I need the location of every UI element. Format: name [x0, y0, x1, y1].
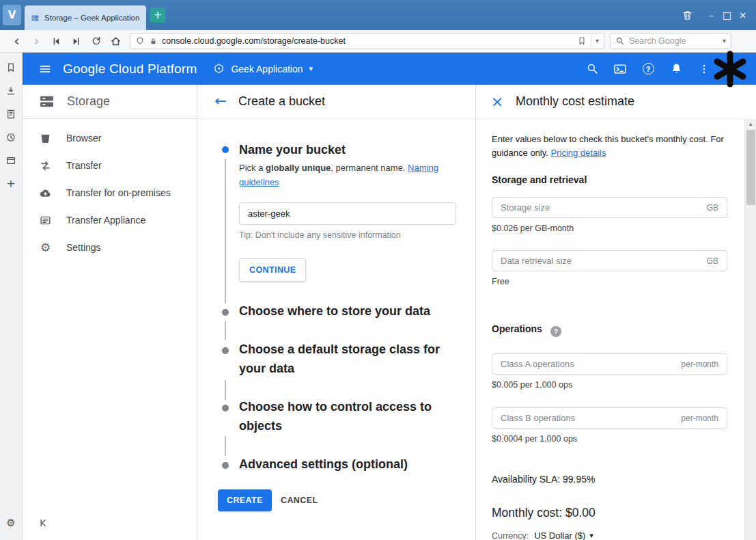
- notes-icon: [5, 109, 16, 120]
- closed-tabs-trash-button[interactable]: [679, 7, 695, 23]
- help-button[interactable]: [640, 61, 656, 77]
- step1-description: Pick a globally unique, permanent name. …: [239, 161, 445, 190]
- main-menu-button[interactable]: [36, 60, 54, 78]
- window-panel-button[interactable]: [0, 150, 22, 171]
- browser-settings-button[interactable]: [0, 513, 22, 533]
- step4-title[interactable]: Choose how to control access to objects: [239, 398, 452, 436]
- project-switcher[interactable]: Geek Application: [213, 63, 313, 75]
- field-label: Class A operations: [501, 359, 574, 369]
- asterisk-icon: [712, 51, 748, 87]
- maximize-button[interactable]: [719, 7, 735, 23]
- url-dropdown-icon[interactable]: [596, 38, 599, 44]
- step5-dot: [222, 462, 229, 469]
- sidenav-item-settings[interactable]: Settings: [23, 234, 197, 261]
- tab-favicon-icon: [31, 14, 40, 23]
- class-a-operations-input[interactable]: Class A operations per-month: [492, 353, 727, 375]
- pricing-details-link[interactable]: Pricing details: [551, 148, 606, 158]
- search-dropdown-icon[interactable]: [723, 38, 726, 44]
- notes-panel-button[interactable]: [0, 104, 22, 124]
- home-button[interactable]: [106, 32, 126, 50]
- back-arrow-button[interactable]: [211, 92, 230, 111]
- reload-icon: [91, 36, 102, 46]
- sidenav-list: Browser Transfer Transfer for on-premise…: [23, 119, 197, 261]
- sidenav-item-label: Transfer: [66, 160, 102, 171]
- sidenav-item-browser[interactable]: Browser: [23, 124, 197, 152]
- estimate-title: Monthly cost estimate: [516, 94, 634, 109]
- cloud-shell-button[interactable]: [612, 61, 628, 77]
- forward-button[interactable]: [27, 32, 46, 50]
- header-actions: [584, 53, 712, 85]
- search-engine-icon: [615, 36, 625, 46]
- bucket-name-input[interactable]: [239, 202, 456, 225]
- cancel-button[interactable]: CANCEL: [274, 489, 324, 511]
- lock-icon: [149, 37, 158, 46]
- close-estimate-button[interactable]: [488, 93, 506, 111]
- sidenav-header: Storage: [23, 85, 197, 119]
- step5-title[interactable]: Advanced settings (optional): [239, 455, 464, 474]
- operations-help-icon[interactable]: [550, 326, 561, 337]
- field-suffix: per-month: [681, 414, 718, 423]
- sidenav-item-label: Transfer for on-premises: [66, 187, 171, 198]
- fast-forward-button[interactable]: [66, 32, 86, 50]
- history-panel-button[interactable]: [0, 127, 22, 148]
- gear-icon: [6, 518, 15, 528]
- address-bar: [0, 30, 756, 53]
- field-label: Data retrieval size: [501, 256, 572, 266]
- storage-size-input[interactable]: Storage size GB: [492, 197, 727, 218]
- step2-title[interactable]: Choose where to store your data: [239, 302, 464, 321]
- step2-dot: [222, 309, 229, 316]
- url-input[interactable]: [162, 36, 573, 46]
- titlebar-controls: [679, 0, 751, 30]
- class-b-operations-input[interactable]: Class B operations per-month: [492, 407, 727, 429]
- currency-select[interactable]: US Dollar ($): [534, 530, 593, 540]
- currency-value: US Dollar ($): [534, 530, 585, 540]
- continue-button[interactable]: CONTINUE: [239, 258, 306, 282]
- step-connector: [225, 380, 226, 400]
- url-field[interactable]: [130, 33, 604, 49]
- add-panel-button[interactable]: [0, 174, 22, 194]
- reload-button[interactable]: [86, 32, 106, 50]
- new-tab-button[interactable]: [150, 8, 165, 23]
- bookmark-flag-icon[interactable]: [577, 36, 587, 46]
- field-label: Class B operations: [501, 413, 575, 423]
- back-button[interactable]: [7, 32, 27, 50]
- downloads-panel-button[interactable]: [0, 81, 22, 101]
- notifications-button[interactable]: [668, 61, 684, 77]
- rewind-button[interactable]: [46, 32, 66, 50]
- hamburger-icon: [38, 62, 52, 76]
- vivaldi-menu-button[interactable]: [3, 5, 21, 25]
- step3-dot: [222, 347, 229, 354]
- close-icon: [739, 10, 747, 20]
- gcp-brand[interactable]: Google Cloud Platform: [63, 62, 197, 77]
- sidenav-item-transfer-appliance[interactable]: Transfer Appliance: [23, 206, 197, 234]
- scrollbar-thumb[interactable]: [746, 130, 755, 205]
- bookmarks-panel-button[interactable]: [0, 57, 22, 78]
- search-input[interactable]: [629, 36, 718, 46]
- create-button[interactable]: CREATE: [218, 489, 272, 511]
- search-field[interactable]: [610, 33, 731, 49]
- scroll-up-button[interactable]: [745, 119, 756, 129]
- data-retrieval-size-input[interactable]: Data retrieval size GB: [492, 250, 727, 271]
- minimize-button[interactable]: [703, 7, 719, 23]
- project-name: Geek Application: [231, 64, 303, 75]
- monthly-cost-total: Monthly cost: $0.00: [492, 506, 596, 520]
- step-connector: [225, 321, 226, 340]
- bucket-icon: [39, 132, 52, 145]
- browser-titlebar: Storage – Geek Application: [0, 0, 756, 30]
- header-search-button[interactable]: [584, 61, 600, 77]
- storage-product-icon: [38, 93, 55, 110]
- field-suffix: per-month: [681, 360, 718, 369]
- field-suffix: GB: [707, 256, 718, 266]
- collapse-sidenav-button[interactable]: [38, 517, 50, 529]
- close-window-button[interactable]: [735, 7, 751, 23]
- screen: Storage – Geek Application: [0, 0, 756, 540]
- browser-tab[interactable]: Storage – Geek Application: [25, 5, 146, 30]
- vivaldi-logo-icon: [8, 10, 16, 21]
- sidenav-item-transfer[interactable]: Transfer: [23, 152, 197, 179]
- more-options-button[interactable]: [696, 61, 712, 77]
- scrollbar[interactable]: [744, 119, 756, 540]
- desc-text: Pick a: [239, 163, 266, 173]
- kebab-menu-icon: [698, 63, 710, 75]
- step3-title[interactable]: Choose a default storage class for your …: [239, 340, 456, 379]
- sidenav-item-transfer-on-premises[interactable]: Transfer for on-premises: [23, 179, 197, 206]
